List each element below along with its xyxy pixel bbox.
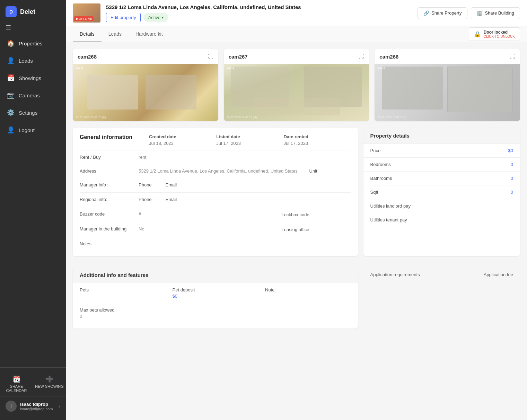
notes-label: Notes xyxy=(80,241,139,246)
tab-details[interactable]: Details xyxy=(73,26,102,42)
gear-icon: ⚙️ xyxy=(7,109,15,116)
sidebar-user[interactable]: I Isaac tdiprop isaac@tdiprop.com › xyxy=(0,396,66,416)
door-status-label: Door locked xyxy=(484,30,515,35)
camera-header-268: cam268 ⛶ xyxy=(73,49,218,64)
bedrooms-value: 0 xyxy=(511,162,513,167)
share-icon: 🔗 xyxy=(423,10,429,16)
user-info: Isaac tdiprop isaac@tdiprop.com xyxy=(20,402,55,411)
camera-feed-266[interactable]: ezviz 22-07-2023 17:01:26 (L) xyxy=(375,64,520,121)
buzzer-code-value: # xyxy=(139,211,282,217)
lock-icon: 🔒 xyxy=(474,31,481,37)
utilities-tenant-row: Utilities tenant pay xyxy=(363,213,520,227)
person-icon: 👤 xyxy=(7,57,15,64)
tab-bar: Details Leads Hardware kit 🔒 Door locked… xyxy=(66,26,527,42)
share-building-button[interactable]: 🏢 Share Building xyxy=(471,7,520,19)
sidebar-item-cameras[interactable]: 📷 Cameras xyxy=(0,87,66,104)
tab-hardware-kit[interactable]: Hardware kit xyxy=(129,26,170,42)
camera-name-266: cam266 xyxy=(379,54,398,60)
address-row: Address 5329 1/2 Loma Linda Avenue, Los … xyxy=(80,164,351,178)
price-label: Price xyxy=(370,148,381,153)
price-value: $0 xyxy=(508,148,513,153)
utilities-landlord-row: Utilities landlord pay xyxy=(363,199,520,213)
property-thumbnail: OFFLINE xyxy=(73,3,100,23)
general-info-title: General information xyxy=(80,134,149,140)
regional-info-row: Regional info: Phone Email xyxy=(80,192,351,207)
sidebar-item-showings[interactable]: 📅 Showings xyxy=(0,69,66,87)
camera-scene-268: ezviz 22-07-2023 21:01:26 (U) xyxy=(73,64,218,121)
chevron-right-icon: › xyxy=(59,403,60,409)
regional-info-label: Regional info: xyxy=(80,197,139,202)
bedrooms-row: Bedrooms 0 xyxy=(363,157,520,171)
manager-building-label: Manager in the building xyxy=(80,226,139,231)
sqft-value: 0 xyxy=(511,190,513,195)
sidebar: D Delet ☰ 🏠 Properties 👤 Leads 📅 Showing… xyxy=(0,0,66,420)
camera-header-266: cam266 ⛶ xyxy=(375,49,520,64)
cam-watermark-266: ezviz xyxy=(377,66,385,69)
building-icon: 🏢 xyxy=(477,10,483,16)
expand-icon-267[interactable]: ⛶ xyxy=(359,53,364,60)
edit-property-button[interactable]: Edit property xyxy=(106,13,141,22)
additional-info-card: Additional info and features Pets Pet de… xyxy=(73,267,358,329)
sidebar-item-settings[interactable]: ⚙️ Settings xyxy=(0,104,66,121)
bathrooms-row: Bathrooms 0 xyxy=(363,171,520,185)
footer-actions: 📆 SHARE CALENDAR ➕ NEW SHOWING xyxy=(0,372,66,396)
sidebar-label-settings: Settings xyxy=(19,110,37,116)
manager-building-row: Manager in the building No Leasing offic… xyxy=(80,222,351,237)
cam-timestamp-266: 22-07-2023 17:01:26 (L) xyxy=(377,116,407,119)
general-info-body: Rent / Buy rent Address 5329 1/2 Loma Li… xyxy=(73,150,358,256)
sidebar-label-properties: Properties xyxy=(19,41,42,46)
manager-info-label: Manager info : xyxy=(80,182,139,187)
camera-name-267: cam267 xyxy=(229,54,248,60)
pets-row: Pets Pet deposit $0 Note xyxy=(80,283,351,303)
share-calendar-button[interactable]: 📆 SHARE CALENDAR xyxy=(0,372,33,396)
logo-icon: D xyxy=(6,6,17,17)
menu-toggle[interactable]: ☰ xyxy=(0,24,66,35)
info-section: General information Created date Jul 18,… xyxy=(73,128,520,262)
property-actions: Edit property Active ▾ xyxy=(106,13,412,22)
camera-scene-266: ezviz 22-07-2023 17:01:26 (L) xyxy=(375,64,520,121)
sidebar-item-properties[interactable]: 🏠 Properties xyxy=(0,35,66,52)
address-value: 5329 1/2 Loma Linda Avenue, Los Angeles,… xyxy=(139,168,309,174)
bathrooms-label: Bathrooms xyxy=(370,176,392,181)
camera-feed-267[interactable]: ezviz 22-07-2023 21:03:25 (U) xyxy=(224,64,369,121)
door-unlock-action: CLICK TO UNLOCK xyxy=(484,35,515,38)
created-date-value: Jul 18, 2023 xyxy=(149,141,216,146)
offline-dot xyxy=(76,18,78,20)
property-address: 5329 1/2 Loma Linda Avenue, Los Angeles,… xyxy=(106,4,412,10)
date-rented-value: Jul 17, 2023 xyxy=(283,141,351,146)
camera-scene-267: ezviz 22-07-2023 21:03:25 (U) xyxy=(224,64,369,121)
rent-buy-value: rent xyxy=(139,155,351,160)
new-showing-button[interactable]: ➕ NEW SHOWING xyxy=(33,372,66,396)
note-label: Note xyxy=(265,287,351,292)
share-property-button[interactable]: 🔗 Share Property xyxy=(418,7,467,19)
cam-timestamp-267: 22-07-2023 21:03:25 (U) xyxy=(227,116,257,119)
tab-leads[interactable]: Leads xyxy=(102,26,129,42)
camera-card-266: cam266 ⛶ ezviz 22-07-2023 17:01:26 (L) xyxy=(375,49,520,121)
camera-icon: 📷 xyxy=(7,91,15,99)
pets-label: Pets xyxy=(80,287,166,292)
sidebar-item-leads[interactable]: 👤 Leads xyxy=(0,52,66,69)
expand-icon-266[interactable]: ⛶ xyxy=(510,53,515,60)
cam-watermark-267: ezviz xyxy=(227,66,234,69)
buzzer-code-label: Buzzer code xyxy=(80,211,139,217)
door-status-button[interactable]: 🔒 Door locked CLICK TO UNLOCK xyxy=(469,27,520,41)
camera-feed-268[interactable]: ezviz 22-07-2023 21:01:26 (U) xyxy=(73,64,218,121)
property-header: OFFLINE 5329 1/2 Loma Linda Avenue, Los … xyxy=(66,0,527,26)
bathrooms-value: 0 xyxy=(511,176,513,181)
user-name: Isaac tdiprop xyxy=(20,402,55,407)
buzzer-lockbox-row: Buzzer code # Lockbox code xyxy=(80,207,351,222)
pet-deposit-label: Pet deposit xyxy=(173,287,258,292)
share-calendar-icon: 📆 xyxy=(13,375,20,383)
unit-label: Unit xyxy=(309,168,351,174)
expand-icon-268[interactable]: ⛶ xyxy=(208,53,213,60)
max-pets-row: Max pets allowed 0 xyxy=(80,303,351,323)
sidebar-label-cameras: Cameras xyxy=(19,93,40,98)
sidebar-footer: 📆 SHARE CALENDAR ➕ NEW SHOWING I Isaac t… xyxy=(0,367,66,420)
sidebar-nav: 🏠 Properties 👤 Leads 📅 Showings 📷 Camera… xyxy=(0,35,66,367)
sidebar-item-logout[interactable]: 👤 Logout xyxy=(0,121,66,139)
regional-phone-label: Phone xyxy=(139,197,152,202)
camera-header-267: cam267 ⛶ xyxy=(224,49,369,64)
user-email: isaac@tdiprop.com xyxy=(20,407,55,411)
sqft-row: Sqft 0 xyxy=(363,185,520,199)
status-dropdown[interactable]: Active ▾ xyxy=(143,13,168,22)
